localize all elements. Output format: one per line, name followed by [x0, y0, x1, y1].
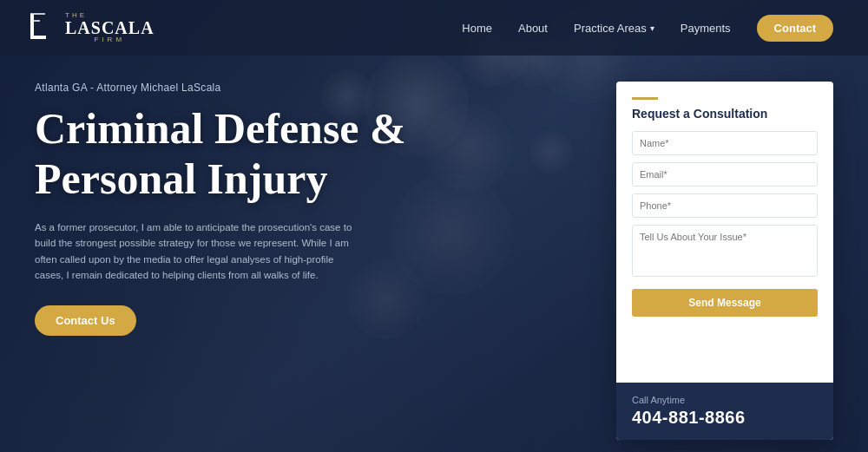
call-number: 404-881-8866: [632, 408, 818, 428]
main-heading: Criminal Defense & Personal Injury: [35, 104, 590, 204]
heading-line2: Personal Injury: [35, 154, 328, 203]
nav-item-home[interactable]: Home: [462, 20, 492, 36]
hero-section: THE LASCALA FIRM Home About Practice Are…: [0, 0, 868, 452]
issue-textarea[interactable]: [632, 225, 818, 277]
description-text: As a former prosecutor, I am able to ant…: [35, 219, 365, 284]
nav-link-home[interactable]: Home: [462, 22, 492, 35]
logo-text: THE LASCALA FIRM: [65, 12, 155, 43]
content-area: Atlanta GA - Attorney Michael LaScala Cr…: [0, 56, 868, 452]
nav-item-practice-areas[interactable]: Practice Areas: [574, 22, 654, 35]
name-input[interactable]: [632, 131, 818, 155]
consultation-form-card: Request a Consultation Send Message Call…: [616, 82, 833, 440]
logo-name: LASCALA: [65, 19, 155, 36]
logo-icon: [26, 12, 52, 43]
nav-contact-button[interactable]: Contact: [757, 15, 833, 42]
logo-firm: FIRM: [65, 36, 155, 43]
form-accent-bar: [632, 97, 658, 100]
nav-item-payments[interactable]: Payments: [681, 20, 731, 36]
nav-link-practice-areas[interactable]: Practice Areas: [574, 22, 654, 35]
nav-item-about[interactable]: About: [518, 20, 548, 36]
svg-rect-0: [30, 14, 34, 38]
send-message-button[interactable]: Send Message: [632, 289, 818, 317]
heading-line1: Criminal Defense &: [35, 104, 406, 153]
logo[interactable]: THE LASCALA FIRM: [26, 12, 155, 43]
nav-item-contact[interactable]: Contact: [757, 20, 833, 36]
phone-input[interactable]: [632, 193, 818, 218]
call-section: Call Anytime 404-881-8866: [616, 383, 833, 440]
form-section: Request a Consultation Send Message: [616, 82, 833, 383]
subtitle: Atlanta GA - Attorney Michael LaScala: [35, 82, 590, 94]
form-title: Request a Consultation: [632, 107, 818, 121]
nav-link-about[interactable]: About: [518, 22, 548, 35]
email-input[interactable]: [632, 162, 818, 187]
nav-link-payments[interactable]: Payments: [681, 22, 731, 35]
contact-us-button[interactable]: Contact Us: [35, 305, 136, 336]
left-content: Atlanta GA - Attorney Michael LaScala Cr…: [35, 82, 599, 440]
call-label: Call Anytime: [632, 395, 818, 405]
navbar: THE LASCALA FIRM Home About Practice Are…: [0, 0, 868, 56]
svg-rect-1: [30, 36, 46, 39]
nav-links: Home About Practice Areas Payments Conta…: [462, 20, 833, 36]
